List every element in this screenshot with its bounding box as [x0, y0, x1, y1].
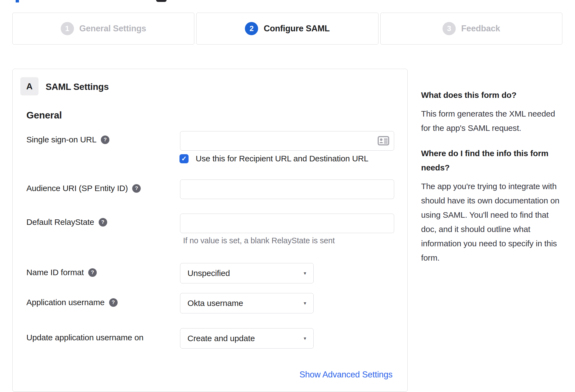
update-username-label: Update application username on: [26, 333, 143, 342]
select-value: Create and update: [187, 334, 255, 343]
wizard-stepper: 1 General Settings 2 Configure SAML 3 Fe…: [12, 13, 562, 45]
recipient-url-checkbox-row: ✓ Use this for Recipient URL and Destina…: [179, 154, 368, 163]
field-label-text: Audience URI (SP Entity ID): [26, 184, 128, 193]
help-icon[interactable]: ?: [109, 298, 118, 307]
saml-settings-panel: A SAML Settings General Single sign-on U…: [12, 69, 408, 392]
panel-title: SAML Settings: [46, 82, 109, 92]
chevron-down-icon: ▾: [304, 300, 306, 306]
sidebar-body-where: The app you're trying to integrate with …: [421, 179, 562, 265]
relaystate-label: Default RelayState ?: [26, 217, 107, 227]
sidebar-heading-what: What does this form do?: [421, 88, 562, 102]
checkbox-label: Use this for Recipient URL and Destinati…: [196, 154, 368, 163]
sso-url-label: Single sign-on URL ?: [26, 135, 109, 144]
relaystate-input[interactable]: [180, 214, 394, 233]
chevron-down-icon: ▾: [304, 335, 306, 341]
help-sidebar: What does this form do? This form genera…: [421, 88, 562, 276]
help-icon[interactable]: ?: [99, 218, 107, 227]
step-number-badge: 1: [61, 22, 74, 35]
field-label-text: Application username: [26, 298, 105, 307]
step-feedback[interactable]: 3 Feedback: [380, 13, 562, 45]
field-label-text: Name ID format: [26, 268, 84, 277]
application-username-select[interactable]: Okta username ▾: [180, 293, 314, 313]
section-a-badge: A: [20, 77, 38, 95]
help-icon[interactable]: ?: [101, 136, 109, 144]
sso-url-input[interactable]: [180, 131, 394, 151]
step-label: Configure SAML: [264, 24, 330, 34]
help-icon[interactable]: ?: [132, 184, 141, 193]
update-username-select[interactable]: Create and update ▾: [180, 328, 314, 349]
step-number-badge: 3: [443, 22, 456, 35]
application-username-label: Application username ?: [26, 298, 118, 307]
step-general-settings[interactable]: 1 General Settings: [12, 13, 194, 45]
audience-uri-label: Audience URI (SP Entity ID) ?: [26, 184, 141, 193]
general-section-heading: General: [26, 110, 62, 121]
saml-wizard-page: 1 General Settings 2 Configure SAML 3 Fe…: [0, 0, 575, 392]
chevron-down-icon: ▾: [304, 270, 306, 276]
name-id-format-label: Name ID format ?: [26, 268, 97, 277]
name-id-format-select[interactable]: Unspecified ▾: [180, 263, 314, 283]
cutoff-blue-fragment: [16, 0, 19, 2]
step-number-badge: 2: [245, 22, 258, 35]
step-label: General Settings: [79, 24, 146, 34]
contact-card-icon: [378, 136, 389, 145]
relaystate-helper-text: If no value is set, a blank RelayState i…: [183, 236, 335, 245]
select-value: Okta username: [187, 299, 243, 308]
show-advanced-settings-link[interactable]: Show Advanced Settings: [299, 370, 392, 380]
sidebar-heading-where: Where do I find the info this form needs…: [421, 146, 562, 175]
field-label-text: Update application username on: [26, 333, 143, 342]
select-value: Unspecified: [187, 269, 230, 278]
audience-uri-input[interactable]: [180, 180, 394, 199]
field-label-text: Single sign-on URL: [26, 135, 96, 144]
checkbox-checked[interactable]: ✓: [179, 154, 189, 163]
sso-url-input-wrap: [180, 131, 394, 151]
help-icon[interactable]: ?: [88, 268, 97, 277]
sidebar-body-what: This form generates the XML needed for t…: [421, 107, 562, 135]
cutoff-dark-icon-fragment: [156, 0, 167, 2]
field-label-text: Default RelayState: [26, 217, 94, 227]
step-label: Feedback: [461, 24, 500, 34]
step-configure-saml[interactable]: 2 Configure SAML: [196, 13, 378, 45]
